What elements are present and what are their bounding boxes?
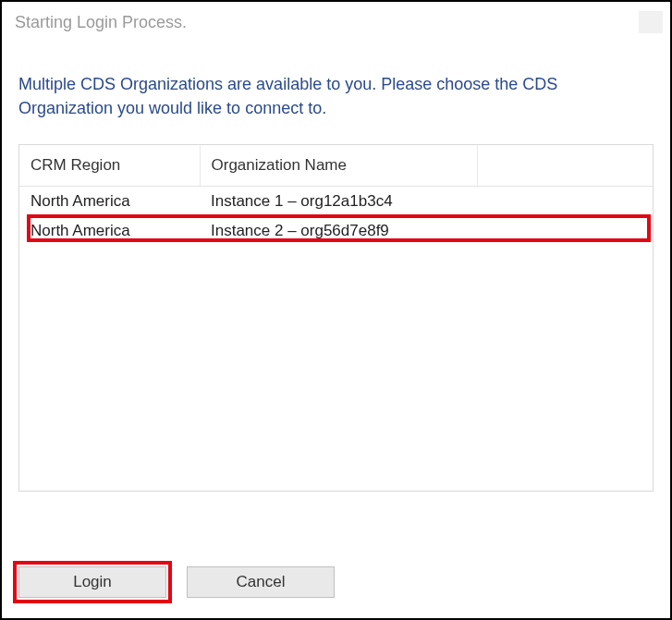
close-icon: × [647, 16, 654, 29]
dialog-footer: Login Cancel [2, 555, 670, 618]
cell-org: Instance 1 – org12a1b3c4 [200, 187, 653, 216]
org-table: CRM Region Organization Name North Ameri… [19, 145, 653, 245]
instruction-text: Multiple CDS Organizations are available… [18, 72, 654, 120]
col-header-region[interactable]: CRM Region [19, 145, 200, 187]
close-button[interactable]: × [639, 11, 663, 33]
login-button[interactable]: Login [18, 566, 166, 598]
cancel-button-label: Cancel [237, 573, 286, 591]
table-row[interactable]: North America Instance 1 – org12a1b3c4 [19, 187, 653, 216]
dialog-content: Multiple CDS Organizations are available… [2, 43, 670, 555]
cell-org: Instance 2 – org56d7e8f9 [200, 216, 653, 246]
col-header-org[interactable]: Organization Name [200, 145, 477, 187]
table-header-row: CRM Region Organization Name [19, 145, 653, 187]
dialog-title: Starting Login Process. [15, 13, 187, 32]
dialog-window: Starting Login Process. × Multiple CDS O… [0, 0, 672, 620]
cell-region: North America [19, 187, 200, 216]
cancel-button[interactable]: Cancel [187, 566, 335, 598]
titlebar: Starting Login Process. × [2, 2, 670, 43]
cell-region: North America [19, 216, 200, 246]
login-button-label: Login [73, 573, 112, 591]
table-row[interactable]: North America Instance 2 – org56d7e8f9 [19, 216, 653, 246]
col-header-blank[interactable] [477, 145, 653, 187]
org-table-container: CRM Region Organization Name North Ameri… [18, 144, 654, 492]
